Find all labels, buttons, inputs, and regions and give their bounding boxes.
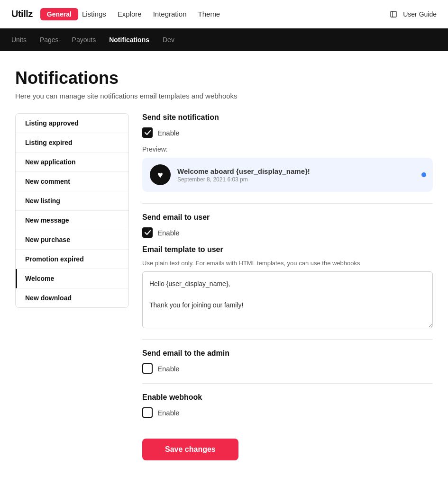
subnav-payouts[interactable]: Payouts <box>72 34 96 45</box>
nav-integration[interactable]: Integration <box>153 10 187 18</box>
top-nav-links: Listings Explore Integration Theme <box>82 10 390 18</box>
send-email-admin-title: Send email to the admin <box>142 349 433 358</box>
preview-dot <box>421 172 426 177</box>
send-email-user-label: Enable <box>157 229 180 237</box>
sub-nav: Units Pages Payouts Notifications Dev <box>0 28 448 51</box>
sidebar-item-welcome[interactable]: Welcome <box>16 269 128 288</box>
sidebar-item-new-comment[interactable]: New comment <box>16 172 128 191</box>
preview-date: September 8, 2021 6:03 pm <box>177 176 310 183</box>
page-title: Notifications <box>15 68 433 88</box>
nav-theme[interactable]: Theme <box>198 10 220 18</box>
sidebar-item-listing-approved[interactable]: Listing approved <box>16 114 128 133</box>
send-site-notification-row: Enable <box>142 127 433 138</box>
subnav-dev[interactable]: Dev <box>163 34 174 45</box>
send-site-notification-title: Send site notification <box>142 113 433 122</box>
preview-title: Welcome aboard {user_display_name}! <box>177 167 310 175</box>
send-email-admin-label: Enable <box>157 365 180 373</box>
logo: Utillz <box>11 9 33 19</box>
enable-webhook-title: Enable webhook <box>142 393 433 402</box>
sidebar-item-promotion-expired[interactable]: Promotion expired <box>16 250 128 269</box>
top-nav: Utillz General Listings Explore Integrat… <box>0 0 448 28</box>
right-panel: Send site notification Enable Preview: ♥… <box>142 113 433 460</box>
subnav-pages[interactable]: Pages <box>40 34 59 45</box>
enable-webhook-checkbox[interactable] <box>142 407 153 418</box>
save-button[interactable]: Save changes <box>142 439 238 460</box>
nav-explore[interactable]: Explore <box>118 10 142 18</box>
two-col-layout: Listing approved Listing expired New app… <box>15 113 433 460</box>
sidebar-item-new-download[interactable]: New download <box>16 288 128 307</box>
email-template-title: Email template to user <box>142 245 433 254</box>
send-site-notification-label: Enable <box>157 129 180 137</box>
check-icon-2 <box>145 230 151 235</box>
email-template-textarea[interactable]: Hello {user_display_name}, Thank you for… <box>142 271 433 328</box>
preview-label: Preview: <box>142 145 433 153</box>
general-pill[interactable]: General <box>40 8 78 20</box>
send-email-admin-row: Enable <box>142 363 433 374</box>
main-content: Notifications Here you can manage site n… <box>0 51 448 477</box>
sidebar-item-new-listing[interactable]: New listing <box>16 191 128 211</box>
email-template-subtitle: Use plain text only. For emails with HTM… <box>142 260 433 267</box>
send-email-user-title: Send email to user <box>142 213 433 222</box>
send-site-notification-checkbox[interactable] <box>142 127 153 138</box>
divider-1 <box>142 203 433 204</box>
enable-webhook-label: Enable <box>157 409 180 417</box>
subnav-units[interactable]: Units <box>11 34 27 45</box>
send-email-admin-checkbox[interactable] <box>142 363 153 374</box>
preview-avatar: ♥ <box>150 164 171 185</box>
page-subtitle: Here you can manage site notifications e… <box>15 92 433 100</box>
check-icon <box>145 130 151 135</box>
sidebar-item-new-message[interactable]: New message <box>16 211 128 230</box>
user-guide-link[interactable]: User Guide <box>390 10 437 18</box>
svg-rect-0 <box>391 11 396 17</box>
sidebar-item-new-purchase[interactable]: New purchase <box>16 230 128 250</box>
enable-webhook-row: Enable <box>142 407 433 418</box>
subnav-notifications[interactable]: Notifications <box>109 34 149 45</box>
divider-2 <box>142 339 433 340</box>
nav-listings[interactable]: Listings <box>82 10 106 18</box>
divider-3 <box>142 383 433 384</box>
send-email-user-checkbox[interactable] <box>142 227 153 238</box>
preview-text: Welcome aboard {user_display_name}! Sept… <box>177 167 310 183</box>
sidebar-item-listing-expired[interactable]: Listing expired <box>16 133 128 153</box>
send-email-user-row: Enable <box>142 227 433 238</box>
sidebar-item-new-application[interactable]: New application <box>16 153 128 172</box>
sidebar: Listing approved Listing expired New app… <box>15 113 129 308</box>
book-icon <box>390 10 397 18</box>
preview-card: ♥ Welcome aboard {user_display_name}! Se… <box>142 158 433 192</box>
